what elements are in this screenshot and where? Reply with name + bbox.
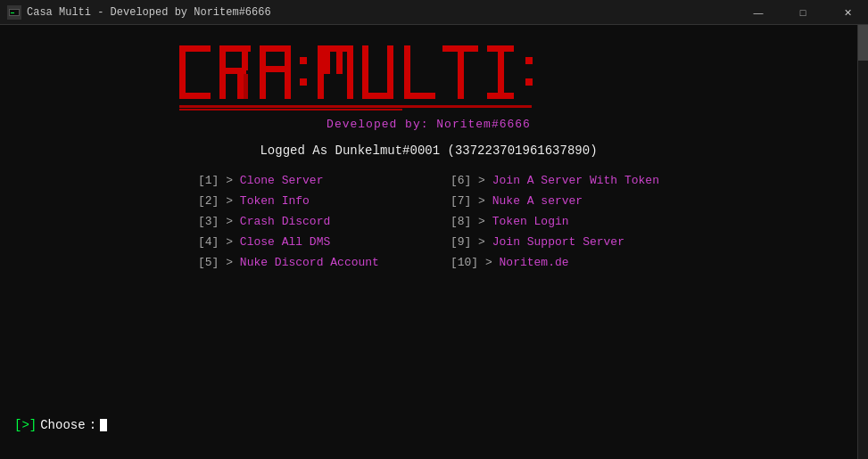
menu-label: Close All DMS bbox=[240, 235, 330, 249]
menu-arrow: > bbox=[226, 256, 233, 269]
menu-right: [6] > Join A Server With Token[7] > Nuke… bbox=[451, 174, 659, 269]
svg-rect-33 bbox=[487, 93, 514, 99]
svg-rect-34 bbox=[525, 57, 533, 64]
choose-label: Choose bbox=[40, 418, 85, 432]
menu-arrow: > bbox=[226, 235, 233, 249]
svg-rect-12 bbox=[244, 74, 248, 99]
svg-rect-24 bbox=[362, 45, 368, 94]
svg-rect-35 bbox=[525, 78, 533, 86]
cursor-blink bbox=[100, 419, 107, 431]
menu-left: [1] > Clone Server[2] > Token Info[3] > … bbox=[198, 174, 379, 269]
input-prompt: [>] bbox=[14, 418, 37, 432]
svg-rect-10 bbox=[242, 45, 248, 70]
scrollbar-thumb[interactable] bbox=[858, 25, 868, 61]
menu-item[interactable]: [1] > Clone Server bbox=[198, 174, 379, 187]
menu-item[interactable]: [7] > Nuke A server bbox=[451, 194, 659, 208]
app-icon bbox=[7, 5, 21, 20]
logged-as-status: Logged As Dunkelmut#0001 (33722370196163… bbox=[18, 143, 839, 158]
minimize-button[interactable]: — bbox=[738, 0, 779, 25]
ascii-logo: .px { fill: #cc0000; } .px2 { fill: #aa0… bbox=[170, 41, 688, 112]
menu-item[interactable]: [2] > Token Info bbox=[198, 194, 379, 208]
window-controls: — □ ✕ bbox=[738, 0, 868, 25]
svg-rect-11 bbox=[237, 74, 244, 99]
svg-rect-30 bbox=[458, 45, 464, 99]
svg-rect-32 bbox=[498, 45, 504, 99]
menu-arrow: > bbox=[478, 215, 485, 228]
menu-arrow: > bbox=[226, 194, 233, 208]
menu-label: Noritem.de bbox=[500, 256, 569, 269]
menu-label: Clone Server bbox=[240, 174, 324, 187]
menu-bracket: [2] bbox=[198, 194, 219, 208]
svg-rect-28 bbox=[404, 93, 435, 99]
menu-bracket: [8] bbox=[451, 215, 471, 228]
svg-rect-19 bbox=[318, 45, 324, 99]
input-line: [>] Choose : bbox=[14, 418, 107, 432]
main-content: .px { fill: #cc0000; } .px2 { fill: #aa0… bbox=[0, 25, 857, 459]
menu-bracket: [3] bbox=[198, 215, 219, 228]
svg-rect-18 bbox=[300, 78, 307, 86]
menu-bracket: [9] bbox=[451, 235, 471, 249]
menu-label: Token Login bbox=[492, 215, 569, 228]
menu-item[interactable]: [6] > Join A Server With Token bbox=[451, 174, 659, 187]
menu-label: Nuke A server bbox=[492, 194, 583, 208]
svg-rect-5 bbox=[179, 45, 186, 99]
menu-bracket: [4] bbox=[198, 235, 219, 249]
svg-rect-37 bbox=[179, 109, 402, 111]
menu-arrow: > bbox=[478, 174, 485, 187]
menu-container: [1] > Clone Server[2] > Token Info[3] > … bbox=[18, 174, 839, 269]
menu-arrow: > bbox=[226, 215, 233, 228]
menu-bracket: [10] bbox=[451, 256, 478, 269]
logo-container: .px { fill: #cc0000; } .px2 { fill: #aa0… bbox=[18, 25, 839, 131]
menu-arrow: > bbox=[478, 194, 485, 208]
svg-rect-36 bbox=[179, 105, 532, 108]
window-title: Casa Multi - Developed by Noritem#6666 bbox=[27, 6, 861, 19]
menu-item[interactable]: [9] > Join Support Server bbox=[451, 235, 659, 249]
menu-bracket: [1] bbox=[198, 174, 219, 187]
menu-label: Nuke Discord Account bbox=[240, 256, 379, 269]
menu-item[interactable]: [10] > Noritem.de bbox=[451, 256, 659, 269]
menu-label: Join A Server With Token bbox=[492, 174, 659, 187]
svg-rect-16 bbox=[260, 66, 291, 72]
developed-by-text: Developed by: Noritem#6666 bbox=[327, 118, 531, 131]
svg-rect-6 bbox=[179, 93, 211, 99]
menu-label: Crash Discord bbox=[240, 215, 330, 228]
menu-item[interactable]: [8] > Token Login bbox=[451, 215, 659, 228]
menu-arrow: > bbox=[485, 256, 492, 269]
menu-item[interactable]: [3] > Crash Discord bbox=[198, 215, 379, 228]
titlebar: Casa Multi - Developed by Noritem#6666 —… bbox=[0, 0, 868, 25]
svg-rect-23 bbox=[336, 52, 343, 74]
svg-rect-22 bbox=[324, 52, 330, 74]
menu-bracket: [6] bbox=[451, 174, 471, 187]
svg-rect-17 bbox=[300, 57, 307, 64]
menu-item[interactable]: [4] > Close All DMS bbox=[198, 235, 379, 249]
menu-arrow: > bbox=[478, 235, 485, 249]
svg-rect-21 bbox=[347, 45, 353, 99]
menu-bracket: [5] bbox=[198, 256, 219, 269]
menu-label: Token Info bbox=[240, 194, 310, 208]
menu-item[interactable]: [5] > Nuke Discord Account bbox=[198, 256, 379, 269]
maximize-button[interactable]: □ bbox=[782, 0, 823, 25]
svg-rect-27 bbox=[404, 45, 410, 99]
svg-rect-26 bbox=[387, 45, 393, 94]
menu-arrow: > bbox=[226, 174, 233, 187]
menu-label: Join Support Server bbox=[492, 235, 624, 249]
svg-rect-3 bbox=[11, 12, 14, 13]
close-button[interactable]: ✕ bbox=[827, 0, 868, 25]
menu-bracket: [7] bbox=[451, 194, 471, 208]
input-separator: : bbox=[89, 418, 96, 432]
scrollbar[interactable] bbox=[857, 25, 868, 459]
